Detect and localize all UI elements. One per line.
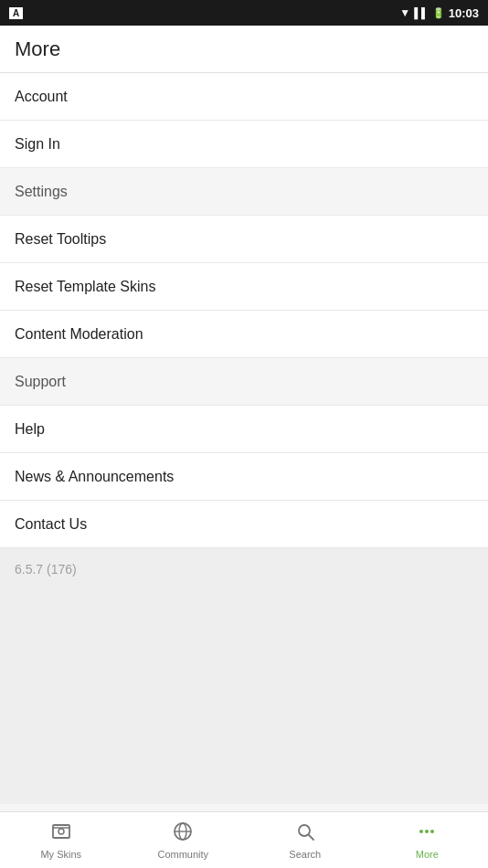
menu-item-news-announcements[interactable]: News & Announcements — [0, 453, 488, 501]
battery-icon: 🔋 — [432, 7, 445, 19]
status-bar: A ▼ ▌▌ 🔋 10:03 — [0, 0, 488, 26]
svg-point-1 — [58, 829, 64, 834]
nav-item-community[interactable]: Community — [122, 812, 245, 868]
search-icon — [294, 820, 316, 846]
menu-item-reset-template-skins[interactable]: Reset Template Skins — [0, 263, 488, 311]
nav-item-my-skins[interactable]: My Skins — [0, 812, 122, 868]
nav-label-my-skins: My Skins — [40, 849, 81, 860]
menu-item-help-label: Help — [15, 421, 45, 438]
svg-point-6 — [299, 825, 310, 836]
version-text: 6.5.7 (176) — [15, 562, 77, 577]
signal-icon: ▌▌ — [414, 7, 429, 18]
svg-point-10 — [430, 830, 434, 833]
nav-item-more[interactable]: More — [366, 812, 489, 868]
status-time: 10:03 — [449, 6, 479, 20]
wifi-icon: ▼ — [399, 6, 410, 19]
status-bar-right: ▼ ▌▌ 🔋 10:03 — [399, 6, 479, 20]
main-content: More Account Sign In Settings Reset Tool… — [0, 26, 488, 811]
menu-section: Account Sign In Settings Reset Tooltips … — [0, 73, 488, 548]
menu-item-sign-in-label: Sign In — [15, 136, 60, 153]
nav-item-search[interactable]: Search — [244, 812, 366, 868]
menu-item-help[interactable]: Help — [0, 406, 488, 453]
menu-item-contact-us-label: Contact Us — [15, 516, 87, 533]
svg-rect-0 — [53, 825, 69, 838]
menu-item-contact-us[interactable]: Contact Us — [0, 501, 488, 548]
menu-item-news-announcements-label: News & Announcements — [15, 469, 174, 485]
menu-item-settings-label: Settings — [15, 184, 68, 200]
more-icon — [416, 820, 438, 846]
svg-point-8 — [419, 830, 423, 833]
app-bar: More — [0, 26, 488, 73]
nav-label-community: Community — [157, 849, 208, 860]
menu-item-content-moderation[interactable]: Content Moderation — [0, 311, 488, 358]
menu-item-account-label: Account — [15, 89, 68, 105]
skins-icon — [50, 820, 72, 846]
community-icon — [172, 820, 194, 846]
menu-item-support-label: Support — [15, 374, 66, 390]
menu-item-reset-tooltips[interactable]: Reset Tooltips — [0, 216, 488, 263]
bottom-nav: My Skins Community Search — [0, 811, 488, 868]
menu-item-reset-template-skins-label: Reset Template Skins — [15, 279, 155, 295]
nav-label-search: Search — [289, 849, 321, 860]
status-bar-left: A — [9, 7, 23, 19]
app-icon: A — [9, 7, 23, 19]
svg-line-7 — [309, 835, 313, 840]
menu-item-sign-in[interactable]: Sign In — [0, 121, 488, 168]
menu-item-support[interactable]: Support — [0, 358, 488, 406]
page-title: More — [15, 37, 60, 61]
nav-label-more: More — [416, 849, 439, 860]
version-area: 6.5.7 (176) — [0, 548, 488, 804]
menu-item-reset-tooltips-label: Reset Tooltips — [15, 231, 106, 248]
menu-item-settings[interactable]: Settings — [0, 168, 488, 216]
menu-item-content-moderation-label: Content Moderation — [15, 326, 143, 343]
menu-item-account[interactable]: Account — [0, 73, 488, 121]
svg-point-9 — [425, 830, 429, 833]
